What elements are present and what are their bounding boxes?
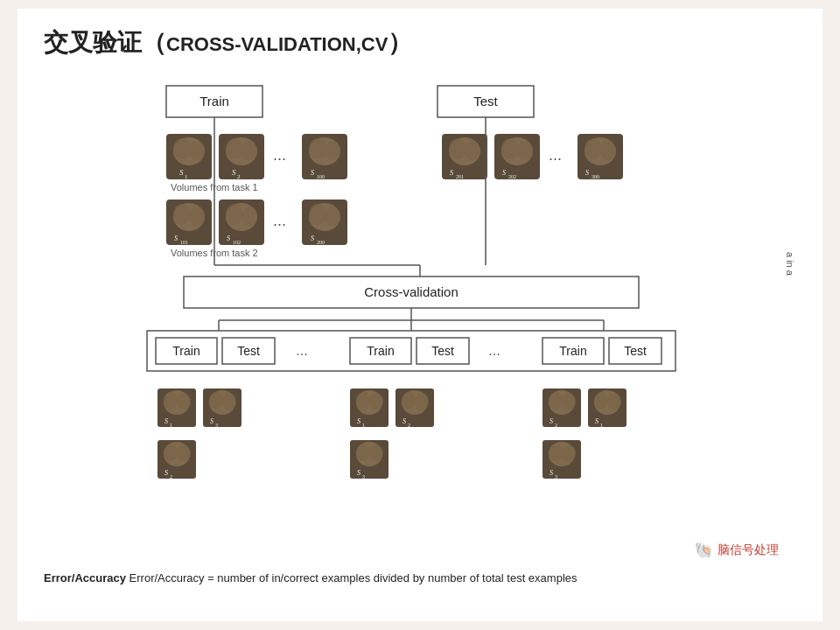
svg-point-24 bbox=[325, 141, 340, 160]
svg-point-56 bbox=[501, 138, 519, 159]
svg-text:1: 1 bbox=[185, 173, 188, 180]
svg-text:...: ... bbox=[273, 212, 286, 229]
bottom-text-bold: Error/Accuracy bbox=[44, 571, 126, 584]
svg-point-44 bbox=[325, 206, 340, 226]
svg-text:S: S bbox=[227, 234, 230, 242]
svg-text:1: 1 bbox=[170, 423, 172, 428]
svg-text:S: S bbox=[585, 169, 589, 177]
bottom-text: Error/Accuracy Error/Accuracy = number o… bbox=[44, 571, 796, 584]
svg-text:Cross-validation: Cross-validation bbox=[364, 284, 458, 299]
svg-point-96 bbox=[177, 393, 191, 410]
svg-text:2: 2 bbox=[170, 474, 172, 480]
svg-text:...: ... bbox=[296, 343, 307, 358]
svg-text:S: S bbox=[179, 168, 184, 177]
svg-text:Test: Test bbox=[237, 344, 260, 358]
svg-text:...: ... bbox=[273, 146, 286, 164]
main-container: 交叉验证（CROSS-VALIDATION,CV） Train Test S 1 bbox=[18, 9, 822, 621]
svg-point-64 bbox=[600, 141, 616, 160]
svg-point-16 bbox=[226, 138, 243, 159]
svg-point-102 bbox=[222, 393, 236, 410]
svg-text:Test: Test bbox=[431, 344, 454, 358]
title-english: CROSS-VALIDATION,CV bbox=[166, 33, 388, 55]
svg-text:2: 2 bbox=[555, 423, 557, 428]
svg-text:2: 2 bbox=[408, 423, 410, 428]
svg-text:Train: Train bbox=[559, 344, 586, 358]
svg-text:S: S bbox=[210, 417, 214, 425]
svg-point-30 bbox=[173, 204, 191, 225]
svg-text:...: ... bbox=[549, 146, 562, 164]
svg-text:3: 3 bbox=[215, 423, 218, 428]
svg-point-144 bbox=[562, 444, 576, 462]
page-title: 交叉验证（CROSS-VALIDATION,CV） bbox=[44, 26, 796, 60]
svg-text:S: S bbox=[357, 417, 360, 425]
svg-text:S: S bbox=[232, 168, 236, 177]
svg-point-51 bbox=[465, 141, 480, 160]
svg-text:S: S bbox=[450, 169, 453, 177]
svg-point-138 bbox=[369, 444, 383, 462]
svg-point-43 bbox=[309, 204, 326, 225]
svg-text:200: 200 bbox=[317, 240, 325, 245]
diagram-area: Train Test S 1 S 2 bbox=[44, 77, 796, 584]
svg-text:101: 101 bbox=[180, 240, 188, 245]
svg-point-126 bbox=[607, 393, 621, 410]
svg-point-131 bbox=[164, 444, 178, 461]
svg-text:S: S bbox=[595, 417, 598, 425]
watermark: 🐚 脑信号处理 bbox=[694, 541, 779, 560]
svg-text:S: S bbox=[174, 234, 178, 242]
svg-point-137 bbox=[356, 444, 370, 461]
svg-point-36 bbox=[226, 204, 243, 225]
svg-point-95 bbox=[164, 392, 178, 410]
watermark-text: 脑信号处理 bbox=[718, 542, 779, 558]
svg-point-132 bbox=[177, 444, 191, 462]
svg-text:Test: Test bbox=[473, 94, 498, 108]
title-chinese: 交叉验证（ bbox=[44, 29, 166, 56]
svg-point-125 bbox=[594, 392, 608, 410]
svg-text:S: S bbox=[164, 469, 168, 477]
svg-point-120 bbox=[562, 393, 576, 410]
svg-point-101 bbox=[209, 392, 223, 410]
svg-point-37 bbox=[242, 206, 257, 226]
svg-text:3: 3 bbox=[555, 474, 557, 480]
svg-point-143 bbox=[549, 444, 563, 461]
svg-point-63 bbox=[584, 138, 602, 159]
diagram-svg: Train Test S 1 S 2 bbox=[44, 77, 796, 567]
svg-point-113 bbox=[402, 392, 416, 410]
watermark-icon: 🐚 bbox=[694, 541, 713, 560]
svg-point-11 bbox=[189, 141, 205, 160]
svg-text:3: 3 bbox=[362, 474, 365, 480]
svg-text:300: 300 bbox=[592, 174, 599, 179]
svg-text:S: S bbox=[502, 169, 506, 177]
sidebar-text: a in a bbox=[770, 252, 796, 276]
svg-text:S: S bbox=[311, 234, 314, 242]
svg-text:100: 100 bbox=[317, 174, 325, 179]
svg-text:Train: Train bbox=[200, 94, 229, 108]
svg-text:S: S bbox=[164, 417, 168, 425]
svg-point-31 bbox=[189, 206, 205, 226]
svg-text:201: 201 bbox=[456, 174, 464, 179]
svg-text:1: 1 bbox=[600, 423, 603, 428]
svg-text:202: 202 bbox=[508, 174, 516, 179]
svg-text:S: S bbox=[311, 169, 314, 177]
svg-text:1: 1 bbox=[362, 423, 365, 428]
svg-point-50 bbox=[449, 138, 466, 159]
svg-text:S: S bbox=[550, 417, 553, 425]
svg-point-119 bbox=[549, 392, 563, 410]
svg-point-23 bbox=[309, 138, 326, 159]
svg-point-17 bbox=[242, 141, 257, 160]
bottom-text-rest: Error/Accuracy = number of in/correct ex… bbox=[130, 571, 578, 584]
svg-text:S: S bbox=[357, 469, 360, 477]
svg-text:...: ... bbox=[488, 343, 500, 358]
svg-point-107 bbox=[356, 392, 370, 410]
svg-point-10 bbox=[173, 138, 191, 159]
svg-point-108 bbox=[369, 393, 383, 410]
svg-text:Train: Train bbox=[367, 344, 394, 358]
svg-text:102: 102 bbox=[233, 240, 241, 245]
svg-text:S: S bbox=[402, 417, 406, 425]
svg-text:Test: Test bbox=[624, 344, 647, 358]
svg-text:S: S bbox=[550, 469, 553, 477]
svg-point-114 bbox=[415, 393, 429, 410]
svg-point-57 bbox=[517, 141, 533, 160]
svg-text:Train: Train bbox=[172, 344, 200, 358]
svg-text:2: 2 bbox=[237, 173, 241, 180]
